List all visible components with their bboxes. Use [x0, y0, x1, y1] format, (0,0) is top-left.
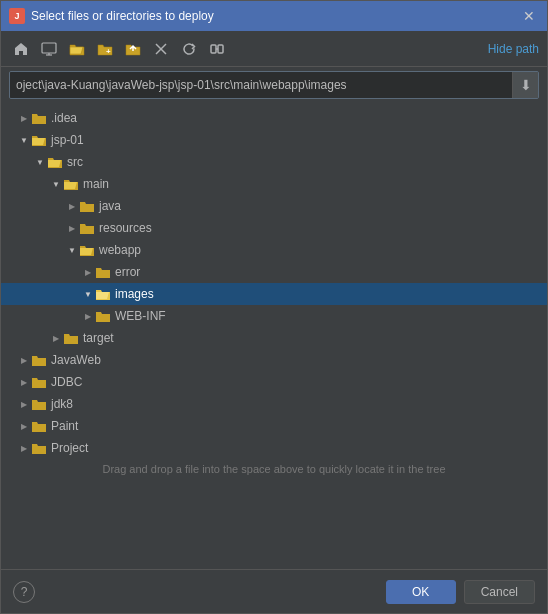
- label-webinf: WEB-INF: [115, 309, 166, 323]
- label-java: java: [99, 199, 121, 213]
- tree-row-project[interactable]: ▶ Project: [1, 437, 547, 459]
- arrow-src[interactable]: ▼: [33, 155, 47, 169]
- tree-row-jdbc[interactable]: ▶ JDBC: [1, 371, 547, 393]
- title-bar: J Select files or directories to deploy …: [1, 1, 547, 31]
- arrow-java[interactable]: ▶: [65, 199, 79, 213]
- folder-icon-images: [95, 287, 111, 301]
- tree-row-images[interactable]: ▼ images: [1, 283, 547, 305]
- tree-row-error[interactable]: ▶ error: [1, 261, 547, 283]
- path-bar: ⬇: [9, 71, 539, 99]
- arrow-idea[interactable]: ▶: [17, 111, 31, 125]
- folder-icon-javaweb: [31, 353, 47, 367]
- arrow-project[interactable]: ▶: [17, 441, 31, 455]
- label-main: main: [83, 177, 109, 191]
- tree-row-jdk8[interactable]: ▶ jdk8: [1, 393, 547, 415]
- ok-button[interactable]: OK: [386, 580, 456, 604]
- toolbar: +: [1, 31, 547, 67]
- path-input[interactable]: [10, 72, 512, 98]
- folder-icon-java: [79, 199, 95, 213]
- arrow-jdk8[interactable]: ▶: [17, 397, 31, 411]
- tree-row-main[interactable]: ▼ main: [1, 173, 547, 195]
- folder-icon-project: [31, 441, 47, 455]
- folder-new-button[interactable]: +: [93, 37, 117, 61]
- svg-rect-6: [211, 45, 216, 53]
- dialog: J Select files or directories to deploy …: [0, 0, 548, 614]
- label-images: images: [115, 287, 154, 301]
- dialog-title: Select files or directories to deploy: [31, 9, 513, 23]
- folder-icon-paint: [31, 419, 47, 433]
- label-target: target: [83, 331, 114, 345]
- arrow-resources[interactable]: ▶: [65, 221, 79, 235]
- label-jdk8: jdk8: [51, 397, 73, 411]
- home-button[interactable]: [9, 37, 33, 61]
- link-button[interactable]: [205, 37, 229, 61]
- folder-icon-src: [47, 155, 63, 169]
- button-group: OK Cancel: [386, 580, 535, 604]
- arrow-webinf[interactable]: ▶: [81, 309, 95, 323]
- bottom-bar: ? OK Cancel: [1, 569, 547, 613]
- folder-up-button[interactable]: [121, 37, 145, 61]
- tree-row-paint[interactable]: ▶ Paint: [1, 415, 547, 437]
- app-icon: J: [9, 8, 25, 24]
- tree-row-webinf[interactable]: ▶ WEB-INF: [1, 305, 547, 327]
- arrow-error[interactable]: ▶: [81, 265, 95, 279]
- tree-row-java[interactable]: ▶ java: [1, 195, 547, 217]
- tree-row-src[interactable]: ▼ src: [1, 151, 547, 173]
- folder-icon-target: [63, 331, 79, 345]
- drag-drop-hint: Drag and drop a file into the space abov…: [1, 459, 547, 483]
- folder-icon-idea: [31, 111, 47, 125]
- svg-text:+: +: [106, 47, 111, 56]
- label-src: src: [67, 155, 83, 169]
- folder-icon-webinf: [95, 309, 111, 323]
- tree-row-javaweb[interactable]: ▶ JavaWeb: [1, 349, 547, 371]
- label-resources: resources: [99, 221, 152, 235]
- arrow-target[interactable]: ▶: [49, 331, 63, 345]
- hide-path-button[interactable]: Hide path: [488, 42, 539, 56]
- refresh-button[interactable]: [177, 37, 201, 61]
- folder-icon-webapp: [79, 243, 95, 257]
- close-button[interactable]: ✕: [519, 7, 539, 25]
- arrow-images[interactable]: ▼: [81, 287, 95, 301]
- svg-rect-7: [218, 45, 223, 53]
- folder-open-button[interactable]: [65, 37, 89, 61]
- arrow-jdbc[interactable]: ▶: [17, 375, 31, 389]
- label-javaweb: JavaWeb: [51, 353, 101, 367]
- tree-container[interactable]: ▶ .idea ▼ jsp-01 ▼ src: [1, 103, 547, 569]
- folder-icon-jsp01: [31, 133, 47, 147]
- label-jdbc: JDBC: [51, 375, 82, 389]
- folder-icon-main: [63, 177, 79, 191]
- monitor-button[interactable]: [37, 37, 61, 61]
- arrow-webapp[interactable]: ▼: [65, 243, 79, 257]
- arrow-paint[interactable]: ▶: [17, 419, 31, 433]
- label-webapp: webapp: [99, 243, 141, 257]
- arrow-main[interactable]: ▼: [49, 177, 63, 191]
- label-project: Project: [51, 441, 88, 455]
- clear-button[interactable]: [149, 37, 173, 61]
- arrow-jsp01[interactable]: ▼: [17, 133, 31, 147]
- arrow-javaweb[interactable]: ▶: [17, 353, 31, 367]
- label-paint: Paint: [51, 419, 78, 433]
- tree-row-target[interactable]: ▶ target: [1, 327, 547, 349]
- help-button[interactable]: ?: [13, 581, 35, 603]
- svg-rect-0: [42, 43, 56, 53]
- folder-icon-jdbc: [31, 375, 47, 389]
- tree-row-jsp01[interactable]: ▼ jsp-01: [1, 129, 547, 151]
- label-idea: .idea: [51, 111, 77, 125]
- cancel-button[interactable]: Cancel: [464, 580, 535, 604]
- tree-row-webapp[interactable]: ▼ webapp: [1, 239, 547, 261]
- folder-icon-jdk8: [31, 397, 47, 411]
- tree-row-idea[interactable]: ▶ .idea: [1, 107, 547, 129]
- folder-icon-resources: [79, 221, 95, 235]
- label-jsp01: jsp-01: [51, 133, 84, 147]
- label-error: error: [115, 265, 140, 279]
- path-download-button[interactable]: ⬇: [512, 72, 538, 98]
- tree-row-resources[interactable]: ▶ resources: [1, 217, 547, 239]
- folder-icon-error: [95, 265, 111, 279]
